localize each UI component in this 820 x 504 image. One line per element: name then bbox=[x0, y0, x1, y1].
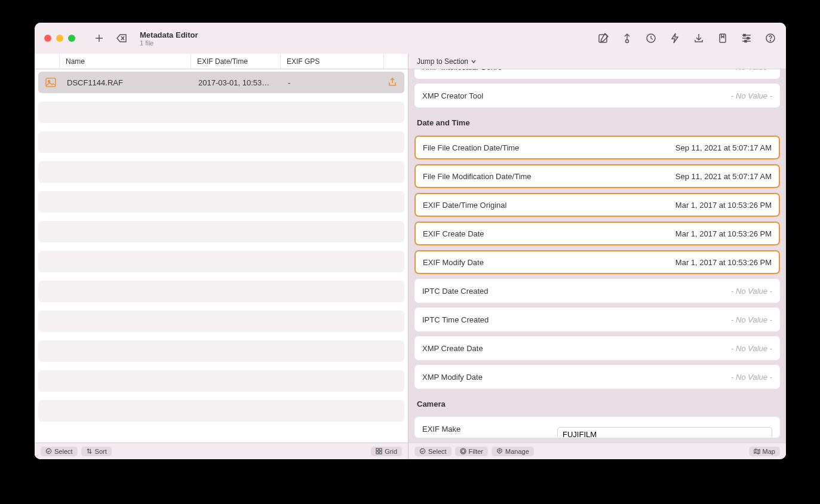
metadata-value: Mar 1, 2017 at 10:53:26 PM bbox=[675, 229, 772, 238]
empty-row bbox=[38, 161, 404, 183]
select-button[interactable]: Select bbox=[414, 447, 452, 456]
metadata-row[interactable]: XMP Creator Tool- No Value - bbox=[414, 84, 780, 107]
clock-icon[interactable] bbox=[645, 32, 657, 44]
list-settings-icon[interactable] bbox=[741, 32, 753, 44]
manage-label: Manage bbox=[505, 448, 529, 455]
section-header: Camera bbox=[414, 389, 780, 412]
jump-to-section[interactable]: Jump to Section bbox=[409, 54, 786, 69]
metadata-panel: Jump to Section XMP Intellectual Genre- … bbox=[409, 54, 786, 459]
empty-row bbox=[38, 102, 404, 123]
metadata-row[interactable]: IPTC Time Created- No Value - bbox=[414, 308, 780, 331]
svg-rect-26 bbox=[380, 448, 382, 451]
metadata-row[interactable]: XMP Modify Date- No Value - bbox=[414, 365, 780, 389]
metadata-label: File File Modification Date/Time bbox=[423, 172, 675, 181]
empty-row bbox=[38, 400, 404, 422]
metadata-row[interactable]: IPTC Date Created- No Value - bbox=[414, 279, 780, 303]
metadata-value: - No Value - bbox=[731, 91, 772, 100]
traffic-lights bbox=[44, 35, 75, 42]
metadata-label: EXIF Make bbox=[422, 422, 460, 434]
svg-rect-25 bbox=[376, 448, 379, 451]
left-footer: Select Sort Grid bbox=[35, 442, 408, 459]
file-list-panel: Name EXIF Date/Time EXIF GPS DSCF1144.RA… bbox=[35, 54, 409, 459]
metadata-value: - No Value - bbox=[731, 373, 772, 382]
map-button[interactable]: Map bbox=[749, 447, 780, 456]
bolt-icon[interactable] bbox=[669, 32, 681, 44]
svg-rect-27 bbox=[376, 451, 379, 454]
metadata-label: XMP Creator Tool bbox=[422, 91, 731, 100]
svg-rect-14 bbox=[744, 35, 745, 36]
empty-row bbox=[38, 370, 404, 392]
svg-rect-28 bbox=[380, 451, 382, 454]
manage-button[interactable]: Manage bbox=[492, 447, 534, 456]
select-button[interactable]: Select bbox=[41, 447, 78, 456]
metadata-label: XMP Intellectual Genre bbox=[422, 69, 731, 72]
file-list-header: Name EXIF Date/Time EXIF GPS bbox=[35, 54, 408, 69]
metadata-value: Mar 1, 2017 at 10:53:26 PM bbox=[675, 201, 772, 210]
svg-point-30 bbox=[461, 450, 465, 453]
camera-make-input[interactable] bbox=[557, 427, 772, 438]
metadata-value: Mar 1, 2017 at 10:53:26 PM bbox=[675, 258, 772, 267]
filter-button[interactable]: Filter bbox=[455, 447, 488, 456]
metadata-value: - No Value - bbox=[731, 344, 772, 353]
empty-row bbox=[38, 340, 404, 362]
close-button[interactable] bbox=[44, 35, 51, 42]
svg-rect-19 bbox=[46, 78, 56, 87]
metadata-row[interactable]: File File Modification Date/TimeSep 11, … bbox=[414, 164, 780, 188]
delete-tag-button[interactable] bbox=[116, 32, 128, 44]
file-date: 2017-03-01, 10:53… bbox=[195, 78, 284, 87]
compose-icon[interactable] bbox=[597, 32, 609, 44]
metadata-value: - No Value - bbox=[731, 287, 772, 296]
col-gps[interactable]: EXIF GPS bbox=[281, 54, 384, 69]
app-window: Metadata Editor 1 file bbox=[35, 23, 786, 459]
export-icon[interactable] bbox=[380, 78, 404, 87]
jump-label: Jump to Section bbox=[417, 57, 468, 66]
download-icon[interactable] bbox=[693, 32, 705, 44]
svg-point-5 bbox=[626, 40, 629, 43]
metadata-row-camera-make[interactable]: EXIF Make bbox=[414, 417, 780, 438]
metadata-label: XMP Create Date bbox=[422, 344, 731, 353]
metadata-row[interactable]: EXIF Create DateMar 1, 2017 at 10:53:26 … bbox=[414, 222, 780, 245]
add-button[interactable] bbox=[93, 32, 105, 44]
titlebar-right-tools bbox=[597, 32, 776, 44]
svg-rect-16 bbox=[745, 41, 747, 42]
chevron-down-icon bbox=[471, 59, 477, 64]
sort-button[interactable]: Sort bbox=[81, 447, 112, 456]
bookmark-icon[interactable] bbox=[717, 32, 729, 44]
file-gps: - bbox=[284, 78, 380, 87]
col-end bbox=[384, 54, 408, 69]
help-icon[interactable] bbox=[764, 32, 776, 44]
metadata-label: IPTC Time Created bbox=[422, 315, 731, 324]
metadata-value: Sep 11, 2021 at 5:07:17 AM bbox=[675, 143, 772, 152]
metadata-label: EXIF Date/Time Original bbox=[423, 201, 675, 210]
col-date[interactable]: EXIF Date/Time bbox=[191, 54, 281, 69]
metadata-label: IPTC Date Created bbox=[422, 287, 731, 296]
empty-row bbox=[38, 281, 404, 302]
metadata-row[interactable]: XMP Create Date- No Value - bbox=[414, 336, 780, 360]
metadata-row[interactable]: EXIF Date/Time OriginalMar 1, 2017 at 10… bbox=[414, 193, 780, 217]
svg-rect-15 bbox=[747, 38, 749, 39]
minimize-button[interactable] bbox=[56, 35, 63, 42]
col-name[interactable]: Name bbox=[60, 54, 191, 69]
metadata-scroll[interactable]: XMP Intellectual Genre- No Value -XMP Cr… bbox=[409, 69, 786, 442]
metadata-value: Sep 11, 2021 at 5:07:17 AM bbox=[675, 172, 772, 181]
maximize-button[interactable] bbox=[68, 35, 75, 42]
titlebar: Metadata Editor 1 file bbox=[35, 23, 786, 54]
map-label: Map bbox=[763, 448, 775, 455]
window-subtitle: 1 file bbox=[140, 39, 198, 47]
empty-row bbox=[38, 221, 404, 242]
metadata-row[interactable]: XMP Intellectual Genre- No Value - bbox=[414, 69, 780, 79]
sort-label: Sort bbox=[95, 448, 107, 455]
file-row[interactable]: DSCF1144.RAF 2017-03-01, 10:53… - bbox=[38, 72, 404, 93]
metadata-label: EXIF Modify Date bbox=[423, 258, 675, 267]
metadata-label: XMP Modify Date bbox=[422, 373, 731, 382]
col-checkbox[interactable] bbox=[35, 54, 60, 69]
window-title: Metadata Editor bbox=[140, 30, 198, 39]
svg-point-29 bbox=[420, 448, 425, 453]
metadata-row[interactable]: File File Creation Date/TimeSep 11, 2021… bbox=[414, 136, 780, 159]
grid-button[interactable]: Grid bbox=[371, 447, 402, 456]
metadata-label: EXIF Create Date bbox=[423, 229, 675, 238]
metadata-row[interactable]: EXIF Modify DateMar 1, 2017 at 10:53:26 … bbox=[414, 250, 780, 274]
svg-rect-10 bbox=[720, 34, 726, 42]
metadata-value: - No Value - bbox=[731, 315, 772, 324]
upload-icon[interactable] bbox=[621, 32, 633, 44]
